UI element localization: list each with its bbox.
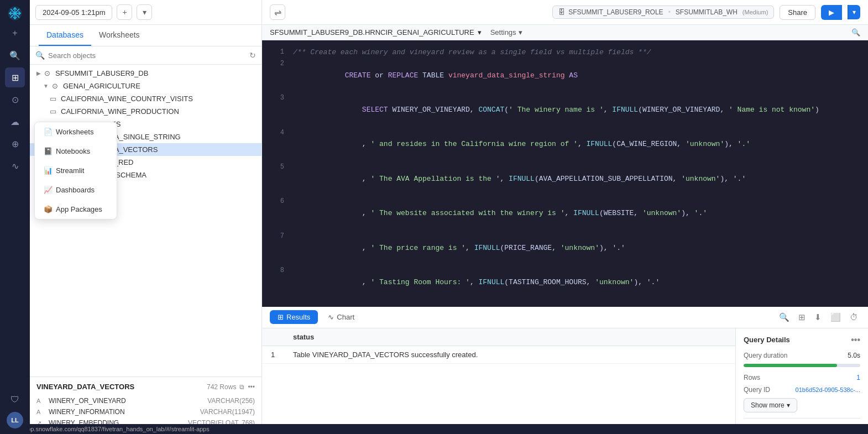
- nav-history-icon[interactable]: ⊙: [5, 90, 25, 109]
- results-table-container: status 1 Table VINEYARD_DATA_VECTORS suc…: [262, 328, 735, 434]
- query-id-value[interactable]: 01b6d52d-0905-538c-...: [796, 386, 860, 393]
- role-badge: 🗄 SFSUMMIT_LABUSER9_ROLE • SFSUMMITLAB_W…: [552, 6, 774, 19]
- dropdown-streamlit[interactable]: 📊 Streamlit ➜: [35, 161, 117, 180]
- row-count-label: 742 Rows: [207, 383, 236, 391]
- sidebar-tabs: Databases Worksheets: [30, 25, 262, 46]
- editor-search-button[interactable]: 🔍: [851, 28, 860, 36]
- text-type-icon: A: [36, 398, 44, 404]
- columns-icon[interactable]: ⊞: [796, 310, 808, 325]
- tree-container: ▶ ⊙ SFSUMMIT_LABUSER9_DB ▼ ⊙ GENAI_AGRIC…: [30, 65, 262, 377]
- query-details-panel: Query Details ••• Query duration 5.0s Ro…: [735, 328, 868, 434]
- table-meta: 742 Rows ⧉ •••: [207, 383, 255, 391]
- duration-progress-fill: [744, 364, 837, 367]
- row-num-cell: 1: [262, 346, 284, 363]
- share-button[interactable]: Share: [780, 5, 815, 20]
- chart-tab-button[interactable]: ∿ Chart: [322, 310, 360, 324]
- worksheets-icon: 📄: [44, 128, 53, 136]
- dropdown-worksheets[interactable]: 📄 Worksheets: [35, 122, 117, 142]
- refresh-icon[interactable]: ↻: [249, 51, 256, 60]
- status-bar: https://app.snowflake.com/qq81837/fivetr…: [0, 424, 868, 434]
- tree-root[interactable]: ▶ ⊙ SFSUMMIT_LABUSER9_DB: [30, 67, 262, 80]
- show-more-button[interactable]: Show more ▾: [744, 398, 797, 412]
- table-name-label: VINEYARD_DATA_VECTORS: [36, 383, 134, 391]
- expand-icon[interactable]: ⬜: [828, 310, 843, 325]
- dropdown-app-packages[interactable]: 📦 App Packages: [35, 200, 117, 219]
- code-line-1: 1 /** Create each winery and vineyard re…: [262, 47, 868, 59]
- main-toolbar: ⇌ 🗄 SFSUMMIT_LABUSER9_ROLE • SFSUMMITLAB…: [262, 0, 868, 25]
- table-row: 1 Table VINEYARD_DATA_VECTORS successful…: [262, 346, 735, 363]
- add-button[interactable]: +: [117, 4, 132, 20]
- notebooks-icon: 📓: [44, 147, 53, 155]
- clock-icon[interactable]: ⏱: [848, 310, 860, 324]
- editor-icon-btn[interactable]: ⇌: [270, 4, 285, 20]
- text-type-icon: A: [36, 409, 44, 415]
- db-role-icon: 🗄: [558, 8, 565, 16]
- main-panel: ⇌ 🗄 SFSUMMIT_LABUSER9_ROLE • SFSUMMITLAB…: [262, 0, 868, 434]
- code-line-4: 4 , ' and resides in the California wine…: [262, 128, 868, 162]
- tab-worksheets[interactable]: Worksheets: [91, 25, 148, 46]
- code-line-2: 2 CREATE or REPLACE TABLE vineyard_data_…: [262, 59, 868, 93]
- icon-bar: + 🔍 ⊞ ⊙ ☁ ⊕ ∿ 🛡 LL: [0, 0, 30, 434]
- settings-button[interactable]: Settings ▾: [490, 28, 522, 36]
- warehouse-size: (Medium): [742, 9, 768, 15]
- tree-item-label: CALIFORNIA_WINE_COUNTRY_VISITS: [61, 95, 255, 103]
- streamlit-icon: 📊: [44, 166, 53, 175]
- more-icon[interactable]: •••: [248, 383, 255, 391]
- results-area: status 1 Table VINEYARD_DATA_VECTORS suc…: [262, 328, 868, 434]
- col-name-label: WINERY_INFORMATION: [49, 408, 196, 416]
- row-num-header: [262, 328, 284, 346]
- settings-chevron-icon: ▾: [519, 28, 522, 36]
- table-info-header: VINEYARD_DATA_VECTORS 742 Rows ⧉ •••: [36, 383, 255, 391]
- query-details-more-icon[interactable]: •••: [851, 335, 860, 345]
- rows-value: 1: [856, 374, 860, 381]
- duration-progress-bar: [744, 364, 860, 367]
- details-divider: [744, 418, 860, 419]
- query-details-title: Query Details •••: [744, 335, 860, 345]
- settings-label: Settings: [490, 28, 516, 36]
- packages-icon: 📦: [44, 205, 53, 213]
- column-row-winery[interactable]: A WINERY_OR_VINEYARD VARCHAR(256): [36, 395, 255, 406]
- run-dropdown-button[interactable]: ▾: [848, 5, 860, 19]
- duration-value: 5.0s: [848, 352, 860, 359]
- tree-item-wine-production[interactable]: ▭ CALIFORNIA_WINE_PRODUCTION: [30, 105, 262, 118]
- dropdown-dashboards[interactable]: 📈 Dashboards: [35, 180, 117, 200]
- results-table: status 1 Table VINEYARD_DATA_VECTORS suc…: [262, 328, 735, 364]
- tab-databases[interactable]: Databases: [39, 25, 91, 46]
- query-id-row: Query ID 01b6d52d-0905-538c-...: [744, 386, 860, 394]
- date-pill[interactable]: 2024-09-05 1:21pm: [35, 5, 112, 20]
- download-icon[interactable]: ⬇: [812, 310, 824, 325]
- nav-shield-icon[interactable]: 🛡: [5, 390, 25, 410]
- nav-cloud-icon[interactable]: ☁: [5, 112, 25, 132]
- sidebar-search-bar: 🔍 ↻: [30, 46, 262, 65]
- table-icon: ▭: [50, 107, 59, 116]
- dropdown-button[interactable]: ▾: [137, 4, 152, 20]
- code-editor[interactable]: 1 /** Create each winery and vineyard re…: [262, 40, 868, 307]
- db-selector[interactable]: SFSUMMIT_LABUSER9_DB.HRNCIR_GENAI_AGRICU…: [270, 28, 482, 36]
- copy-icon[interactable]: ⧉: [239, 383, 244, 391]
- tree-item-wine-visits[interactable]: ▭ CALIFORNIA_WINE_COUNTRY_VISITS: [30, 92, 262, 105]
- nav-apps-icon[interactable]: ⊕: [5, 134, 25, 154]
- user-avatar[interactable]: LL: [7, 412, 23, 428]
- column-row-info[interactable]: A WINERY_INFORMATION VARCHAR(11947): [36, 406, 255, 417]
- search-results-icon[interactable]: 🔍: [777, 310, 792, 325]
- db-path-label: SFSUMMIT_LABUSER9_DB.HRNCIR_GENAI_AGRICU…: [270, 28, 474, 36]
- run-button[interactable]: ▶: [821, 5, 842, 20]
- chevron-icon: ▶: [36, 70, 41, 76]
- code-line-6: 6 , ' The website associated with the wi…: [262, 196, 868, 231]
- tree-item-genai[interactable]: ▼ ⊙ GENAI_AGRICULTURE: [30, 80, 262, 92]
- nav-activity-icon[interactable]: ∿: [5, 156, 25, 176]
- date-label: 2024-09-05 1:21pm: [43, 8, 105, 17]
- tree-item-label: GENAI_AGRICULTURE: [63, 82, 255, 90]
- results-tab-button[interactable]: ⊞ Results: [270, 310, 318, 324]
- snowflake-logo[interactable]: [7, 6, 23, 21]
- db-chevron-icon: ▾: [478, 28, 482, 36]
- nav-add-icon[interactable]: +: [5, 23, 25, 43]
- tree-root-label: SFSUMMIT_LABUSER9_DB: [55, 69, 255, 77]
- search-input[interactable]: [48, 51, 246, 60]
- role-label: SFSUMMIT_LABUSER9_ROLE: [568, 8, 663, 16]
- status-url: https://app.snowflake.com/qq81837/fivetr…: [6, 426, 210, 432]
- nav-database-icon[interactable]: ⊞: [5, 67, 25, 87]
- table-results-icon: ⊞: [278, 313, 284, 321]
- dropdown-notebooks[interactable]: 📓 Notebooks: [35, 142, 117, 161]
- nav-search-icon[interactable]: 🔍: [5, 45, 25, 65]
